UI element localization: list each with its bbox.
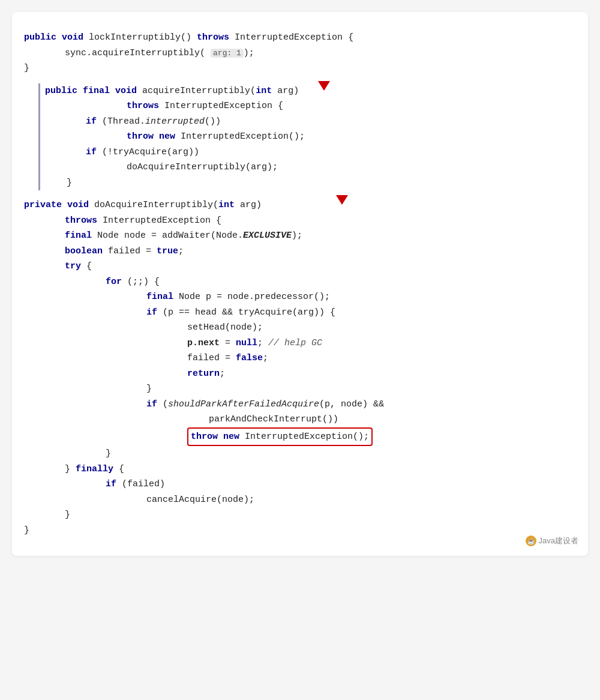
kw-true: true xyxy=(157,246,178,256)
kw-boolean: boolean xyxy=(65,246,103,256)
kw-if: if xyxy=(86,116,97,127)
kw-try: try xyxy=(65,261,81,271)
line-4: public final void acquireInterruptibly(i… xyxy=(45,83,576,99)
throw-statement: throw new InterruptedException(); xyxy=(187,427,373,447)
kw-private: private xyxy=(24,200,62,210)
line-3: } xyxy=(24,61,576,76)
kw-if2: if xyxy=(86,147,97,157)
field-pnext: p.next xyxy=(187,338,220,348)
line-8: if (!tryAcquire(arg)) xyxy=(45,145,576,160)
kw-final3: final xyxy=(146,292,173,302)
kw-final2: final xyxy=(65,231,92,241)
kw-null: null xyxy=(236,338,257,348)
arrow-head-1 xyxy=(318,81,330,91)
section3: private void doAcquireInterruptibly(int … xyxy=(24,198,576,538)
kw-return: return xyxy=(187,369,220,379)
line-20: p.next = null; // help GC xyxy=(24,336,576,351)
line-29: if (failed) xyxy=(24,477,576,492)
kw-if5: if xyxy=(106,479,116,489)
kw-if4: if xyxy=(146,399,157,409)
kw-throw2: throw xyxy=(191,432,218,442)
line-6: if (Thread.interrupted()) xyxy=(45,114,576,130)
line-1: public void lockInterruptibly() throws I… xyxy=(24,30,576,46)
kw-throw: throw xyxy=(127,131,154,142)
arrow-1 xyxy=(72,76,576,83)
line-27: } xyxy=(24,446,576,462)
keyword-throws: throws xyxy=(197,32,229,43)
kw-throws2: throws xyxy=(127,101,159,111)
line-21: failed = false; xyxy=(24,351,576,366)
kw-if3: if xyxy=(146,307,157,318)
line-12: throws InterruptedException { xyxy=(24,213,576,229)
code-container: public void lockInterruptibly() throws I… xyxy=(12,12,588,556)
line-25: parkAndCheckInterrupt()) xyxy=(24,412,576,427)
line-32: } xyxy=(24,523,576,539)
line-26: throw new InterruptedException(); xyxy=(24,427,576,447)
watermark-icon: ☕ xyxy=(526,536,536,546)
line-31: } xyxy=(24,507,576,523)
kw-for: for xyxy=(106,277,122,287)
line-22: return; xyxy=(24,366,576,382)
line-10: } xyxy=(45,175,576,191)
kw-new2: new xyxy=(223,432,239,442)
line-24: if (shouldParkAfterFailedAcquire(p, node… xyxy=(24,397,576,412)
arrow-head-2 xyxy=(336,195,348,205)
code-block: public void lockInterruptibly() throws I… xyxy=(24,30,576,538)
method-shouldpark: shouldParkAfterFailedAcquire xyxy=(168,399,319,409)
line-19: setHead(node); xyxy=(24,320,576,336)
line-15: try { xyxy=(24,259,576,274)
kw-public2: public xyxy=(45,86,77,96)
keyword-void: void xyxy=(62,32,83,43)
kw-final: final xyxy=(83,86,110,96)
arrow-2 xyxy=(108,190,576,198)
kw-void2: void xyxy=(115,86,137,96)
line-7: throw new InterruptedException(); xyxy=(45,129,576,145)
const-exclusive: EXCLUSIVE xyxy=(243,231,292,241)
line-23: } xyxy=(24,381,576,397)
kw-throws3: throws xyxy=(65,216,97,226)
line-11: private void doAcquireInterruptibly(int … xyxy=(24,198,576,213)
watermark-text: Java建设者 xyxy=(539,536,578,546)
line-16: for (;;) { xyxy=(24,274,576,290)
line-30: cancelAcquire(node); xyxy=(24,492,576,508)
kw-int: int xyxy=(256,86,272,96)
line-13: final Node node = addWaiter(Node.EXCLUSI… xyxy=(24,228,576,244)
method-interrupted: interrupted xyxy=(145,116,205,127)
kw-new: new xyxy=(159,131,175,142)
section1: public void lockInterruptibly() throws I… xyxy=(24,30,576,76)
line-28: } finally { xyxy=(24,462,576,477)
keyword-public: public xyxy=(24,32,56,43)
kw-int2: int xyxy=(218,200,235,210)
section2: public final void acquireInterruptibly(i… xyxy=(38,83,576,191)
kw-false: false xyxy=(236,353,263,363)
watermark: ☕ Java建设者 xyxy=(526,536,578,546)
arg-hint: arg: 1 xyxy=(211,49,244,58)
line-14: boolean failed = true; xyxy=(24,244,576,259)
line-18: if (p == head && tryAcquire(arg)) { xyxy=(24,305,576,321)
line-9: doAcquireInterruptibly(arg); xyxy=(45,160,576,175)
kw-void3: void xyxy=(67,200,89,210)
kw-finally: finally xyxy=(76,464,113,474)
line-17: final Node p = node.predecessor(); xyxy=(24,289,576,305)
line-2: sync.acquireInterruptibly( arg: 1); xyxy=(24,46,576,61)
line-5: throws InterruptedException { xyxy=(45,98,576,114)
comment-gc: // help GC xyxy=(268,338,322,348)
